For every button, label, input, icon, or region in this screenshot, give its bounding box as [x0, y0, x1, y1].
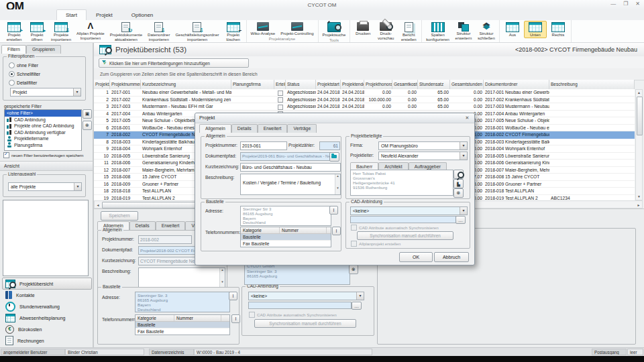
- filter-radio-detailfilter[interactable]: Detailfilter: [9, 80, 37, 86]
- detail-contact-box[interactable]: CYCOT GmbH Sterzinger Str. 3 86165 Augsb…: [244, 262, 350, 285]
- dialog-contact-card-button[interactable]: ▙: [453, 179, 464, 188]
- ansicht-aus-button[interactable]: Aus: [501, 21, 524, 38]
- detail-remove-contact-button[interactable]: ⊗: [349, 265, 358, 274]
- saved-filter-item[interactable]: Planungsfirma: [5, 142, 81, 149]
- detail-tab-details[interactable]: Details: [129, 221, 156, 230]
- projekt-erstellen-button[interactable]: +Projekt erstellen: [3, 21, 25, 42]
- saved-filter-item[interactable]: CAD Anbindung: [5, 117, 81, 123]
- sidebar-item-rechnungen[interactable]: Rechnungen: [2, 335, 92, 347]
- projekt-loeschen-button[interactable]: −Projekt löschen: [222, 21, 245, 42]
- sidebar-item-bürokosten[interactable]: Bürokosten: [2, 323, 92, 335]
- sidebar-item-abwesenheitsplanung[interactable]: Abwesenheitsplanung: [2, 312, 92, 324]
- telefon-row[interactable]: Fax Baustelle: [241, 241, 331, 247]
- sidebar-item-stundenverwaltung[interactable]: Stundenverwaltung: [2, 300, 92, 312]
- table-row[interactable]: 22017-002Krankenhaus Südtstatt - Moderni…: [94, 97, 635, 104]
- detail-cad-browse-button[interactable]: …: [352, 302, 362, 310]
- ribbon-tab-projekt[interactable]: Projekt: [87, 9, 122, 20]
- sidebar-item-kontakte[interactable]: Kontakte: [2, 289, 92, 301]
- dialog-dokumentpfad-field[interactable]: Projekte\2019-061 Büro- und Geschäftshau…: [240, 152, 331, 161]
- column-header-kurzbezeichnung[interactable]: Kurzbezeichnung: [141, 80, 231, 89]
- saved-filter-item[interactable]: CAD Anbindung verfügbar: [5, 129, 81, 136]
- save-filter-button[interactable]: ▣: [83, 109, 92, 119]
- dialog-close-icon[interactable]: ✕: [463, 115, 472, 121]
- erteilt-checkbox[interactable]: [278, 97, 283, 103]
- table-row[interactable]: 32017-003Mustermann - Neubau EFH mit Gar…: [94, 103, 635, 111]
- delete-filter-button[interactable]: ⊗: [83, 121, 92, 130]
- wiko-analyse-button[interactable]: Wiko-Analyse: [248, 21, 278, 37]
- dialog-cad-sync-button[interactable]: Synchronisation manuell durchführen: [357, 231, 453, 240]
- detail-cad-path-field[interactable]: [248, 302, 352, 309]
- struktur-erweitern-button[interactable]: Struktur erweitern: [452, 21, 475, 41]
- table-row[interactable]: 12017-001Neubau einer Gewerbehalle - Met…: [94, 89, 635, 97]
- dialog-allplan-checkbox[interactable]: [351, 241, 357, 247]
- telefon-row[interactable]: Baustelle: [241, 234, 331, 241]
- dialog-projektnummer-field[interactable]: 2019-061: [240, 141, 287, 150]
- table-vertical-scrollbar[interactable]: ▲ ▼: [635, 89, 643, 200]
- sidebar-tab-gruppieren[interactable]: Gruppieren: [26, 45, 61, 54]
- dialog-title[interactable]: Projekt: [195, 113, 474, 123]
- save-user-filter-checkbox[interactable]: [3, 152, 9, 158]
- ansicht-rechts-button[interactable]: Rechts: [547, 21, 570, 38]
- detail-projektnummer-field[interactable]: 2018-002: [138, 235, 192, 244]
- saved-filter-item[interactable]: Projektleitername: [5, 135, 81, 142]
- detail-cad-dropdown[interactable]: <keine>: [248, 292, 364, 300]
- projektdokumente-aktualisieren-button[interactable]: ↻Projektdokumente aktualisieren: [107, 21, 145, 42]
- restore-button[interactable]: ❐: [623, 1, 628, 7]
- abbruch-button[interactable]: Abbruch: [434, 252, 469, 262]
- allplan-projekte-importieren-button[interactable]: Allplan Projekte Importieren: [74, 21, 107, 41]
- datenordner-importieren-button[interactable]: ⇩Datenordner importieren: [145, 21, 172, 42]
- dialog-tab-verträge[interactable]: Verträge: [287, 124, 317, 133]
- column-header-projektende[interactable]: Projektende: [341, 80, 364, 89]
- dialog-contact-remove-button[interactable]: ⊗: [453, 188, 464, 198]
- erteilt-checkbox[interactable]: [278, 105, 283, 110]
- erteilt-checkbox[interactable]: [278, 90, 283, 96]
- bericht-erstellen-button[interactable]: Bericht erstellen: [397, 21, 420, 42]
- column-header-projektstart[interactable]: Projektstart: [316, 80, 341, 89]
- detail-telefon-edit-button[interactable]: Ι: [231, 314, 240, 323]
- dialog-kurzbezeichnung-field[interactable]: Büro- und Geschäftshaus - Neubau: [240, 163, 341, 172]
- dialog-cad-path-field[interactable]: [350, 216, 456, 223]
- filter-radio-schnellfilter[interactable]: Schnellfilter: [9, 71, 40, 77]
- speichern-button[interactable]: Speichern: [101, 211, 138, 221]
- projekt-oeffnen-button[interactable]: ▸Projekt öffnen: [25, 21, 48, 42]
- druck-vorschau-button[interactable]: Druck- vorschau: [374, 21, 397, 41]
- dialog-adresse-field[interactable]: Sterzinger Str 3 86165 Augsburg Bayern D…: [240, 206, 331, 226]
- dialog-beschreibung-field[interactable]: Kosten / Vergabe / Termine / Bauleitung▲…: [240, 174, 341, 195]
- dialog-cad-browse-button[interactable]: …: [455, 216, 466, 224]
- column-header-beschreibung[interactable]: Beschreibung: [549, 80, 635, 89]
- spalten-konfigurieren-button[interactable]: Spalten konfigurieren: [423, 21, 452, 42]
- column-header-erteilt[interactable]: Erteilt: [274, 80, 286, 89]
- add-filter-condition-button[interactable]: Klicken Sie hier um Filterbedingungen hi…: [99, 58, 249, 68]
- sidebar-item-projektübersicht[interactable]: Projektübersicht: [2, 278, 92, 290]
- ribbon-tab-start[interactable]: Start: [56, 9, 87, 20]
- dialog-tab-details[interactable]: Details: [231, 124, 258, 133]
- drucken-button[interactable]: Drucken: [352, 21, 374, 37]
- detail-tab-erweitert[interactable]: Erweitert: [156, 221, 186, 230]
- dialog-contact-search-button[interactable]: [453, 170, 464, 179]
- dialog-cad-sync-checkbox[interactable]: [351, 225, 357, 231]
- listenauswahl-dropdown[interactable]: alle Projekte: [8, 182, 82, 191]
- saved-filter-item[interactable]: <ohne Filter>: [5, 110, 81, 117]
- projekte-importieren-button[interactable]: ⇩Projekte importieren: [48, 21, 74, 42]
- close-button[interactable]: ✕: [635, 1, 640, 7]
- dialog-firma-dropdown[interactable]: OM Planungsbüro: [378, 141, 468, 150]
- column-header-dokumentordner[interactable]: Dokumentordner: [484, 80, 549, 89]
- dialog-projektleiter-dropdown[interactable]: Neufeld Alexander: [378, 152, 468, 160]
- dialog-tab-allgemein[interactable]: Allgemein: [199, 124, 231, 133]
- column-header-projektzähl[interactable]: Projektzähl ▲: [94, 80, 110, 89]
- struktur-schliessen-button[interactable]: Struktur schließen: [475, 21, 498, 41]
- ok-button[interactable]: OK: [399, 252, 433, 262]
- dialog-adresse-edit-button[interactable]: Ι: [329, 206, 338, 215]
- column-header-stundensatz[interactable]: Stundensatz: [418, 80, 450, 89]
- minimize-button[interactable]: —: [610, 1, 616, 7]
- detail-cad-sync-button[interactable]: Synchronisation manuell durchführen: [254, 319, 356, 328]
- dialog-telefon-edit-button[interactable]: Ι: [332, 227, 341, 235]
- ansicht-section-header[interactable]: Ansicht: [0, 161, 97, 171]
- ribbon-tab-optionen[interactable]: Optionen: [122, 9, 162, 20]
- telefon-row[interactable]: Baustelle: [136, 322, 229, 328]
- column-header-planungsfirma[interactable]: Planungsfirma: [231, 80, 274, 89]
- detail-beschreibung-field[interactable]: ▲▼: [138, 267, 225, 288]
- saved-filter-item[interactable]: Projekte ohne CAD Anbindung: [5, 123, 81, 129]
- column-header-projektnummer[interactable]: Projektnummer: [110, 80, 141, 89]
- filter-radio-ohne-filter[interactable]: ohne Filter: [9, 62, 38, 68]
